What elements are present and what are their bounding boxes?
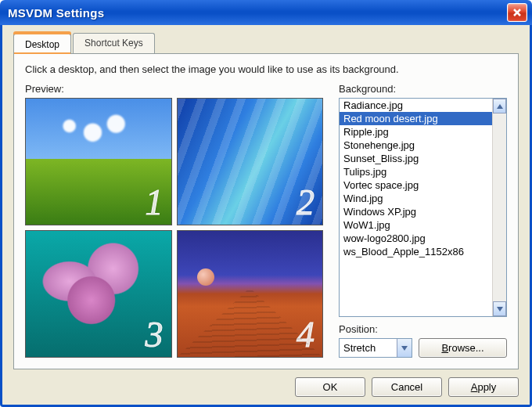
list-item[interactable]: Windows XP.jpg [340,205,492,218]
tab-shortcut-keys[interactable]: Shortcut Keys [73,33,155,53]
chevron-down-icon [401,346,408,351]
position-label: Position: [339,323,412,335]
thumb-number: 3 [146,314,164,355]
position-row: Position: Stretch Browse... [339,323,507,358]
preview-column: Preview: 1 2 3 4 [25,83,323,358]
desktop-thumb-3[interactable]: 3 [25,230,172,358]
apply-button[interactable]: Apply [448,377,519,397]
list-item[interactable]: Stonehenge.jpg [340,139,492,152]
list-item[interactable]: Radiance.jpg [340,99,492,112]
settings-window: MSVDM Settings Desktop Shortcut Keys Cli… [0,0,532,407]
scrollbar[interactable] [492,99,506,316]
background-column: Background: Radiance.jpgRed moon desert.… [339,83,507,358]
tab-strip: Desktop Shortcut Keys [13,33,519,53]
scroll-down-button[interactable] [493,301,506,316]
svg-marker-4 [401,346,408,351]
tab-panel-desktop: Click a desktop, and then select the ima… [13,53,519,369]
preview-grid: 1 2 3 4 [25,98,323,358]
dialog-button-row: OK Cancel Apply [13,377,519,397]
list-item[interactable]: Sunset_Bliss.jpg [340,152,492,165]
client-area: Desktop Shortcut Keys Click a desktop, a… [0,25,532,407]
close-button[interactable] [507,3,527,22]
list-item[interactable]: Wind.jpg [340,192,492,205]
svg-marker-2 [497,104,503,109]
svg-marker-3 [497,307,503,312]
combo-button[interactable] [397,339,412,357]
background-listbox[interactable]: Radiance.jpgRed moon desert.jpgRipple.jp… [339,98,507,317]
position-col: Position: Stretch [339,323,412,358]
thumb-number: 2 [297,182,315,223]
desktop-thumb-2[interactable]: 2 [177,98,324,225]
preview-label: Preview: [25,83,323,95]
cancel-button[interactable]: Cancel [372,377,442,397]
ok-button[interactable]: OK [295,377,365,397]
thumb-number: 1 [146,182,164,223]
window-title: MSVDM Settings [8,6,507,20]
tab-desktop[interactable]: Desktop [13,34,71,54]
chevron-down-icon [497,307,503,312]
list-item[interactable]: WoW1.jpg [340,218,492,232]
desktop-thumb-1[interactable]: 1 [25,98,172,225]
list-item[interactable]: Vortec space.jpg [340,178,492,192]
background-label: Background: [339,83,507,95]
scroll-up-button[interactable] [493,99,506,113]
apply-label: Apply [471,381,497,393]
background-list-items: Radiance.jpgRed moon desert.jpgRipple.jp… [340,99,492,316]
browse-label: Browse... [441,342,483,354]
title-bar: MSVDM Settings [0,0,532,25]
close-icon [512,8,522,17]
list-item[interactable]: Ripple.jpg [340,125,492,139]
desktop-thumb-4[interactable]: 4 [177,230,324,358]
browse-button[interactable]: Browse... [419,338,507,358]
list-item[interactable]: wow-logo2800.jpg [340,232,492,245]
position-value: Stretch [340,342,397,354]
list-item[interactable]: Tulips.jpg [340,165,492,178]
columns: Preview: 1 2 3 4 [25,83,507,358]
list-item[interactable]: Red moon desert.jpg [340,112,492,125]
chevron-up-icon [497,104,503,109]
instruction-text: Click a desktop, and then select the ima… [25,63,507,75]
list-item[interactable]: ws_Blood_Apple_1152x86 [340,245,492,258]
position-combobox[interactable]: Stretch [339,338,412,358]
scroll-track[interactable] [493,113,506,301]
thumb-number: 4 [297,314,315,355]
